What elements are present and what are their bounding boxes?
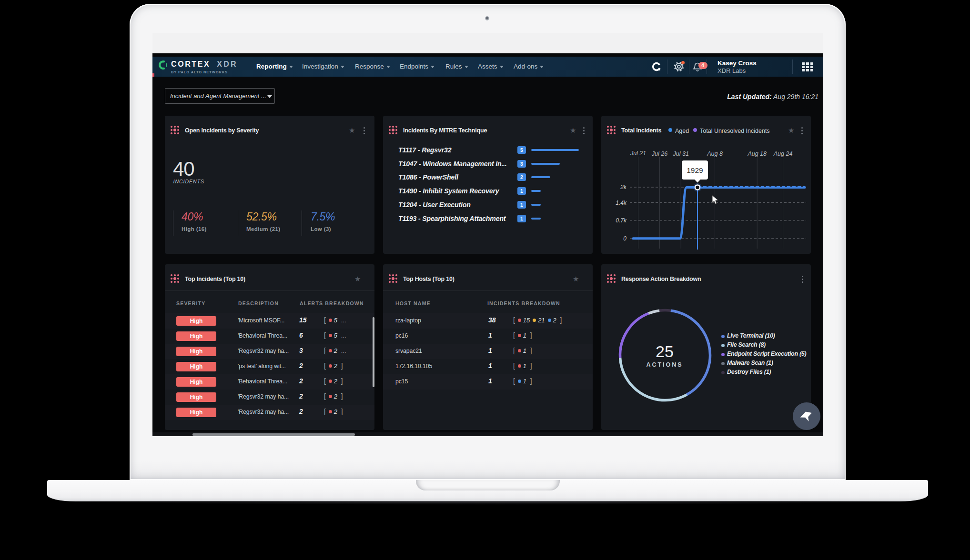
svg-text:Jul 31: Jul 31 [673, 150, 689, 157]
svg-text:1929: 1929 [687, 166, 703, 174]
svg-text:Aug 18: Aug 18 [747, 150, 767, 157]
svg-text:2k: 2k [620, 184, 627, 190]
svg-text:1.4k: 1.4k [616, 200, 627, 206]
svg-text:0.7k: 0.7k [616, 217, 627, 224]
svg-text:Aug 8: Aug 8 [707, 150, 723, 157]
svg-text:Aug 24: Aug 24 [773, 150, 793, 157]
svg-text:Jul 21: Jul 21 [630, 150, 646, 157]
svg-text:0: 0 [623, 235, 626, 242]
svg-text:Jul 26: Jul 26 [651, 150, 667, 157]
